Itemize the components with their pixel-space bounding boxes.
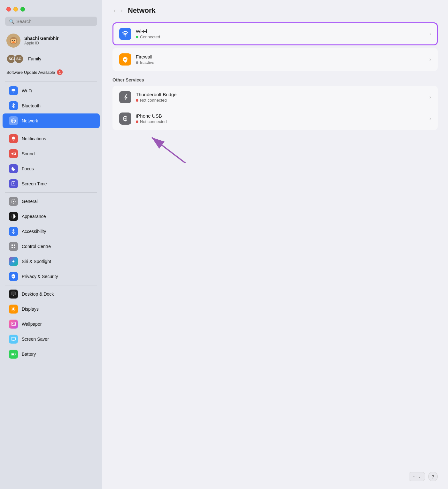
thunderbolt-info: Thunderbolt Bridge Not connected [136,92,429,103]
svg-rect-9 [14,244,15,246]
sidebar-item-desktop[interactable]: Desktop & Dock [3,287,100,301]
maximize-button[interactable] [20,7,25,12]
thunderbolt-chevron-icon: › [429,94,431,100]
sidebar-item-screentime[interactable]: Screen Time [3,176,100,191]
search-input[interactable] [16,19,93,24]
sidebar-item-wallpaper[interactable]: Wallpaper [3,317,100,331]
back-button[interactable]: ‹ [112,7,117,15]
sidebar-item-label-notifications: Notifications [22,136,46,141]
help-button[interactable]: ? [428,472,438,481]
sidebar-item-battery[interactable]: Battery [3,347,100,361]
svg-rect-26 [12,353,14,355]
wifi-row[interactable]: Wi-Fi Connected › [113,23,437,44]
sidebar-item-privacy[interactable]: Privacy & Security [3,269,100,284]
sidebar-item-label-general: General [22,199,38,204]
sidebar-item-screensaver[interactable]: Screen Saver [3,332,100,346]
wifi-chevron-icon: › [429,31,431,37]
sidebar-item-controlcentre[interactable]: Control Centre [3,239,100,254]
displays-icon [9,305,18,314]
software-update-badge: 1 [57,69,63,75]
page-title: Network [128,6,156,15]
family-label: Family [28,56,41,61]
traffic-lights [0,0,102,17]
sidebar-item-bluetooth[interactable]: Bluetooth [3,98,100,113]
iphoneusb-info: iPhone USB Not connected [136,113,429,124]
general-icon [9,197,18,206]
firewall-status-text: Inactive [140,60,154,65]
main-header: ‹ › Network [102,0,448,20]
avatar: 🐵 [6,34,20,48]
wifi-card[interactable]: Wi-Fi Connected › [112,22,438,45]
appearance-icon [9,212,18,221]
iphoneusb-icon [119,113,131,125]
sidebar-item-appearance[interactable]: Appearance [3,209,100,224]
sidebar: 🔍 🐵 Shachi Gambhir Apple ID SG SG Family… [0,0,102,489]
wifi-status-text: Connected [140,35,160,39]
main-footer: ··· ⌄ ? [102,472,448,489]
sidebar-item-label-wallpaper: Wallpaper [22,322,42,327]
svg-line-19 [15,310,15,311]
thunderbolt-row[interactable]: Thunderbolt Bridge Not connected › [113,87,437,108]
family-avatars: SG SG [6,54,22,64]
forward-button[interactable]: › [120,7,124,15]
sidebar-item-focus[interactable]: Focus [3,161,100,176]
sidebar-item-siri[interactable]: ✦ Siri & Spotlight [3,254,100,269]
search-icon: 🔍 [9,19,14,24]
firewall-info: Firewall Inactive [136,54,429,65]
profile-info: Shachi Gambhir Apple ID [24,36,58,45]
wifi-icon [9,86,18,95]
divider-2 [5,192,97,193]
notifications-icon [9,134,18,143]
sidebar-item-general[interactable]: General [3,194,100,209]
svg-line-20 [12,310,12,311]
sidebar-item-notifications[interactable]: Notifications [3,131,100,146]
sidebar-item-label-screensaver: Screen Saver [22,337,49,342]
svg-point-5 [13,201,14,202]
sidebar-item-label-privacy: Privacy & Security [22,274,58,279]
sidebar-item-label-siri: Siri & Spotlight [22,259,51,264]
sidebar-item-label-battery: Battery [22,352,36,357]
iphoneusb-chevron-icon: › [429,116,431,121]
other-services-card: Thunderbolt Bridge Not connected › [112,86,438,130]
sidebar-item-label-focus: Focus [22,166,34,171]
firewall-status-dot [136,61,138,64]
svg-line-18 [12,307,12,308]
iphoneusb-status-dot [136,120,138,123]
firewall-row[interactable]: Firewall Inactive › [113,49,437,70]
wifi-status: Connected [136,35,429,39]
user-profile[interactable]: 🐵 Shachi Gambhir Apple ID [0,31,102,52]
firewall-name: Firewall [136,54,429,59]
iphoneusb-status: Not connected [136,119,429,124]
network-icon [9,116,18,125]
family-section[interactable]: SG SG Family [0,52,102,68]
sidebar-item-wifi[interactable]: Wi-Fi [3,83,100,98]
sidebar-item-displays[interactable]: Displays [3,302,100,316]
thunderbolt-status-text: Not connected [140,98,167,103]
firewall-card[interactable]: Firewall Inactive › [112,48,438,71]
iphoneusb-status-text: Not connected [140,119,167,124]
thunderbolt-status-dot [136,99,138,102]
more-options-button[interactable]: ··· ⌄ [409,472,425,481]
svg-rect-10 [12,247,13,248]
software-update-item[interactable]: Software Update Available 1 [0,68,102,80]
close-button[interactable] [6,7,11,12]
sidebar-item-sound[interactable]: Sound [3,146,100,161]
minimize-button[interactable] [13,7,18,12]
iphoneusb-row[interactable]: iPhone USB Not connected › [113,108,437,129]
privacy-icon [9,272,18,281]
screensaver-icon [9,335,18,344]
sound-icon [9,149,18,158]
svg-point-27 [125,35,126,36]
accessibility-icon [9,227,18,236]
sidebar-item-accessibility[interactable]: Accessibility [3,224,100,239]
sidebar-item-label-desktop: Desktop & Dock [22,291,54,297]
battery-icon [9,350,18,359]
controlcentre-icon [9,242,18,251]
sidebar-item-label-screentime: Screen Time [22,181,47,186]
more-dots: ··· [413,474,417,479]
profile-subtitle: Apple ID [24,41,58,45]
sidebar-item-label-displays: Displays [22,307,39,312]
sidebar-item-network[interactable]: Network [3,113,100,128]
sidebar-nav: Wi-Fi Bluetooth Network [0,83,102,362]
sidebar-item-label-wifi: Wi-Fi [22,88,32,93]
